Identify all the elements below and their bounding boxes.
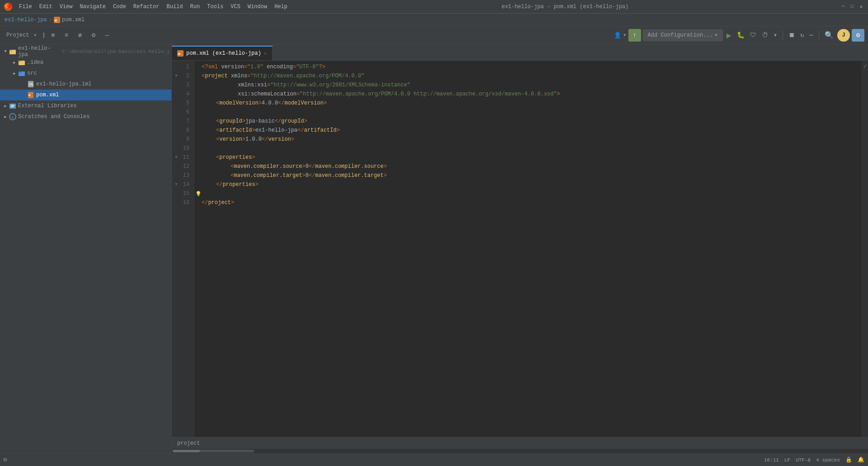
code-text: > bbox=[304, 118, 307, 124]
tree-item-pom-label: pom.xml bbox=[36, 92, 170, 98]
settings-action-button[interactable]: ⚙ bbox=[852, 29, 864, 42]
code-text: < bbox=[216, 100, 219, 106]
tab-file-icon: M bbox=[177, 50, 184, 57]
coverage-button[interactable]: 🛡 bbox=[748, 32, 758, 39]
expand-all-button[interactable]: ≡ bbox=[60, 29, 73, 42]
code-text: maven.compiler.target bbox=[315, 172, 383, 179]
cursor-position[interactable]: 16:11 bbox=[764, 457, 779, 463]
stop-button[interactable]: ⏹ bbox=[787, 32, 797, 39]
notification-icon: 🔔 bbox=[858, 456, 864, 463]
tree-item-ext-libs[interactable]: ▶ External Libraries bbox=[0, 100, 171, 111]
tree-item-pom[interactable]: ▶ M pom.xml bbox=[0, 90, 171, 100]
code-text: </ bbox=[216, 181, 222, 188]
horizontal-scrollbar[interactable] bbox=[172, 449, 868, 453]
code-line-6 bbox=[194, 108, 862, 117]
code-text: maven.compiler.source bbox=[234, 163, 302, 170]
maximize-button[interactable]: □ bbox=[849, 4, 855, 10]
code-text: > bbox=[242, 136, 245, 143]
menu-tools[interactable]: Tools bbox=[204, 3, 226, 11]
project-label: Project bbox=[4, 32, 32, 38]
arrow-down-icon: ▼ bbox=[2, 48, 9, 55]
line-3: 3 bbox=[172, 81, 194, 90]
run-dropdown-icon[interactable]: ▾ bbox=[772, 31, 779, 39]
code-text: < bbox=[216, 127, 219, 133]
code-text: maven.compiler.source bbox=[315, 163, 383, 170]
status-bar: ⊡ 16:11 LF UTF-8 4 spaces 🔒 🔔 bbox=[0, 453, 868, 466]
profile-dropdown-icon[interactable]: ▾ bbox=[623, 32, 626, 38]
title-bar: File Edit View Navigate Code Refactor Bu… bbox=[0, 0, 868, 14]
encoding-label[interactable]: UTF-8 bbox=[796, 457, 811, 463]
menu-vcs[interactable]: VCS bbox=[228, 3, 243, 11]
toolbar-divider bbox=[783, 31, 783, 40]
code-text: = bbox=[247, 73, 250, 79]
scrollbar-thumb[interactable] bbox=[173, 450, 200, 452]
window-controls[interactable]: ─ □ ✕ bbox=[840, 4, 864, 10]
settings-button[interactable]: ⚙ bbox=[87, 29, 100, 42]
code-text: > bbox=[324, 100, 327, 106]
code-line-5: <modelVersion>4.0.0</modelVersion> bbox=[194, 99, 862, 108]
code-text: </ bbox=[297, 127, 304, 133]
line-2: ▼ 2 bbox=[172, 71, 194, 81]
fold-icon-2[interactable]: ▼ bbox=[174, 73, 179, 79]
code-text: </ bbox=[262, 136, 268, 143]
menu-run[interactable]: Run bbox=[187, 3, 203, 11]
menu-view[interactable]: View bbox=[57, 3, 75, 11]
tab-close-button[interactable]: ✕ bbox=[264, 51, 267, 56]
scrollbar-track[interactable] bbox=[173, 450, 254, 452]
search-button[interactable]: 🔍 bbox=[823, 31, 835, 40]
tab-pom-xml[interactable]: M pom.xml (ex1-hello-jpa) ✕ bbox=[172, 46, 273, 60]
svg-rect-10 bbox=[19, 71, 21, 73]
menu-code[interactable]: Code bbox=[110, 3, 129, 11]
menu-help[interactable]: Help bbox=[272, 3, 290, 11]
minimize-button[interactable]: ─ bbox=[840, 4, 846, 10]
code-text: groupId bbox=[281, 118, 304, 124]
profile-icon: 👤 bbox=[614, 32, 621, 39]
collapse-all-button[interactable]: ⊕ bbox=[47, 29, 59, 42]
code-text: > bbox=[336, 127, 340, 133]
code-text: </ bbox=[309, 163, 315, 170]
breadcrumb-file[interactable]: pom.xml bbox=[62, 17, 85, 23]
vcs-icon: 🔒 bbox=[845, 456, 852, 463]
code-text: "http://www.w3.org/2001/XMLSchema-instan… bbox=[270, 82, 410, 88]
code-text: > bbox=[383, 172, 387, 179]
fold-icon-11[interactable]: ▼ bbox=[174, 155, 179, 160]
add-configuration-button[interactable]: Add Configuration... ▾ bbox=[643, 29, 723, 41]
restart-button[interactable]: ↻ bbox=[798, 31, 806, 39]
menu-bar[interactable]: File Edit View Navigate Code Refactor Bu… bbox=[16, 3, 290, 11]
debug-button[interactable]: 🐛 bbox=[735, 31, 746, 39]
tree-item-root[interactable]: ▼ ex1-hello-jpa C:\develop\Git\jpa-basic… bbox=[0, 46, 171, 57]
more-button[interactable]: ⋯ bbox=[808, 31, 815, 39]
code-line-10 bbox=[194, 144, 862, 153]
code-text: </ bbox=[275, 118, 281, 124]
window-title: ex1-hello-jpa - pom.xml (ex1-hello-jpa) bbox=[501, 4, 628, 10]
menu-build[interactable]: Build bbox=[164, 3, 185, 11]
code-content[interactable]: <?xml version="1.0" encoding="UTF-8"?> <… bbox=[194, 61, 862, 437]
menu-refactor[interactable]: Refactor bbox=[131, 3, 162, 11]
project-dropdown-icon[interactable]: ▾ bbox=[33, 32, 37, 38]
update-button[interactable]: ↑ bbox=[628, 29, 641, 42]
run-button[interactable]: ▶ bbox=[725, 30, 733, 40]
tree-item-idea[interactable]: ▶ .idea bbox=[0, 57, 171, 68]
terminal-icon: ⊡ bbox=[4, 456, 7, 463]
menu-edit[interactable]: Edit bbox=[37, 3, 55, 11]
fold-icon-14[interactable]: ▼ bbox=[174, 182, 179, 187]
breadcrumb-project[interactable]: ex1-hello-jpa bbox=[5, 17, 47, 23]
tree-item-iml[interactable]: ▶ IML ex1-hello-jpa.iml bbox=[0, 79, 171, 90]
tree-item-scratches[interactable]: ▶ S Scratches and Consoles bbox=[0, 111, 171, 122]
close-button[interactable]: ✕ bbox=[858, 4, 864, 10]
code-line-11: <properties> bbox=[194, 153, 862, 162]
line-separator[interactable]: LF bbox=[784, 457, 790, 463]
indent-label[interactable]: 4 spaces bbox=[816, 457, 840, 463]
scope-button[interactable]: ≢ bbox=[74, 29, 86, 42]
code-text: = bbox=[297, 91, 300, 97]
menu-file[interactable]: File bbox=[16, 3, 35, 11]
hide-button[interactable]: — bbox=[101, 29, 113, 42]
menu-navigate[interactable]: Navigate bbox=[77, 3, 108, 11]
user-avatar[interactable]: J bbox=[837, 29, 850, 42]
svg-rect-6 bbox=[9, 50, 12, 51]
tree-item-src[interactable]: ▶ src bbox=[0, 68, 171, 79]
menu-window[interactable]: Window bbox=[245, 3, 270, 11]
code-text: properties bbox=[222, 181, 255, 188]
profile-run-button[interactable]: ⏱ bbox=[760, 32, 770, 39]
code-text: ?> bbox=[319, 64, 325, 70]
